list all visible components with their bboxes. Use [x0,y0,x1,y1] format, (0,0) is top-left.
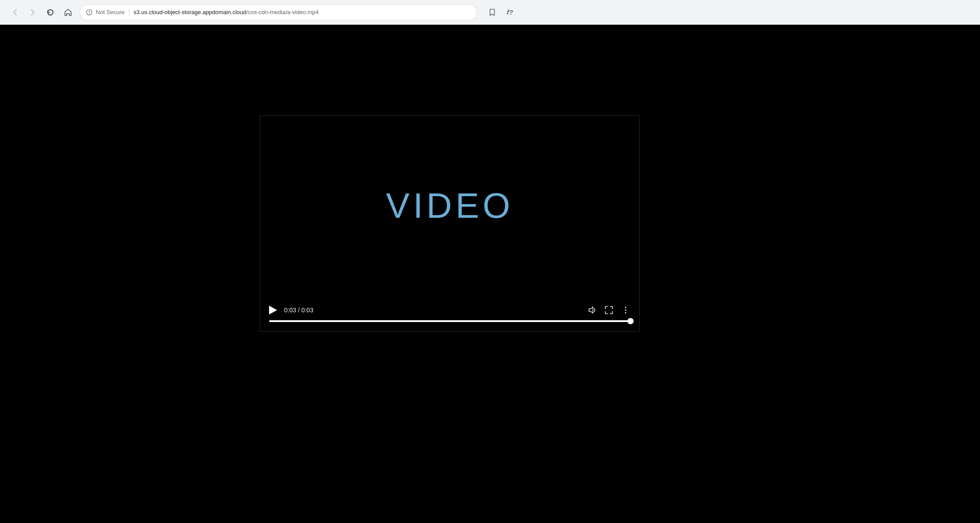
nav-buttons [7,4,76,20]
play-icon [269,306,277,315]
toolbar-right: f? [484,4,518,20]
back-icon [11,8,19,17]
video-player: VIDEO 0:03 / 0:03 [260,115,640,332]
content-area: VIDEO 0:03 / 0:03 [0,25,980,523]
svg-point-1 [89,13,90,14]
extensions-label: f? [507,8,513,16]
video-screen[interactable]: VIDEO [260,116,639,296]
url-separator: | [128,8,130,16]
url-display: s3.us.cloud-object-storage.appdomain.clo… [133,9,471,15]
address-bar[interactable]: Not Secure | s3.us.cloud-object-storage.… [80,4,477,20]
svg-point-3 [625,310,627,311]
video-title-text: VIDEO [386,186,514,226]
home-button[interactable] [60,4,76,20]
url-path: /cos-cdn-media/a-video.mp4 [246,9,319,15]
time-display: 0:03 / 0:03 [284,307,313,314]
video-controls: 0:03 / 0:03 [260,296,639,331]
browser-chrome: Not Secure | s3.us.cloud-object-storage.… [0,0,980,25]
volume-icon [587,305,597,315]
reload-icon [46,8,55,17]
forward-icon [28,8,37,17]
play-button[interactable] [269,306,277,315]
more-options-button[interactable] [621,305,631,315]
progress-thumb [627,318,634,324]
security-icon [86,9,92,15]
more-icon [621,305,631,315]
fullscreen-icon [604,305,614,315]
forward-button[interactable] [25,4,41,20]
progress-bar[interactable] [269,320,631,322]
progress-fill [269,320,631,322]
extensions-button[interactable]: f? [502,4,518,20]
volume-button[interactable] [587,305,597,315]
svg-point-4 [625,312,627,314]
reload-button[interactable] [42,4,58,20]
bookmark-button[interactable] [484,4,500,20]
fullscreen-button[interactable] [604,305,614,315]
back-button[interactable] [7,4,23,20]
bookmark-icon [488,8,497,17]
controls-top: 0:03 / 0:03 [269,305,631,315]
svg-point-2 [625,307,627,308]
url-base: s3.us.cloud-object-storage.appdomain.clo… [133,9,246,15]
security-label: Not Secure [96,9,125,15]
home-icon [64,8,72,17]
